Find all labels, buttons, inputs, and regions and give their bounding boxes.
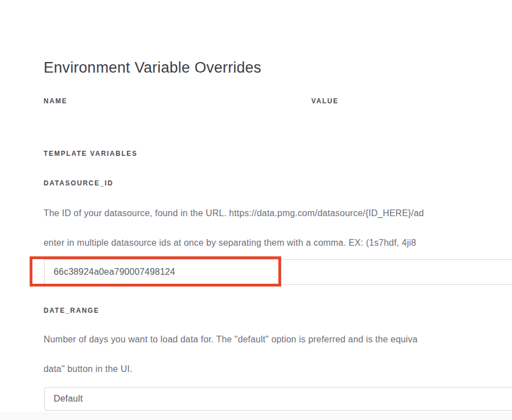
page-title: Environment Variable Overrides	[44, 59, 262, 77]
date-range-description-line-1: Number of days you want to load data for…	[44, 334, 418, 345]
column-header-value: VALUE	[311, 97, 339, 105]
section-label-template-variables: TEMPLATE VARIABLES	[44, 150, 138, 157]
datasource-id-description-line-2: enter in multiple datasource ids at once…	[44, 237, 416, 249]
page-bottom-background	[0, 412, 512, 420]
environment-overrides-page: Environment Variable Overrides NAME VALU…	[0, 0, 512, 420]
field-label-date-range: DATE_RANGE	[44, 307, 99, 314]
datasource-id-description-line-1: The ID of your datasource, found in the …	[44, 208, 424, 219]
column-header-name: NAME	[44, 97, 68, 105]
datasource-id-input[interactable]	[44, 259, 512, 285]
date-range-description-line-2: data" button in the UI.	[44, 364, 132, 375]
date-range-select[interactable]: Default	[44, 387, 512, 411]
field-label-datasource-id: DATASOURCE_ID	[44, 179, 113, 187]
